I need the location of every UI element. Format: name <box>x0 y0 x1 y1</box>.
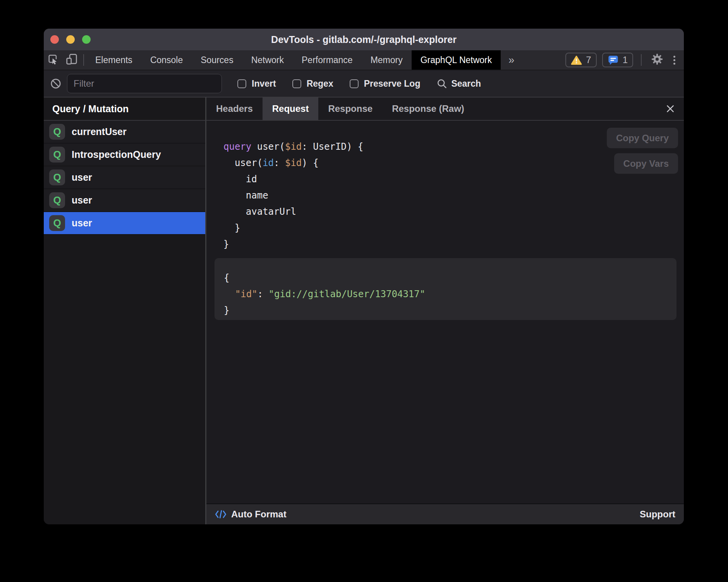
search-button[interactable]: Search <box>436 78 481 89</box>
minimize-window-button[interactable] <box>66 35 75 44</box>
query-type-icon: Q <box>49 169 65 185</box>
checkbox-regex[interactable]: Regex <box>292 79 333 89</box>
request-panel-body: query user($id: UserID) { user(id: $id) … <box>206 121 684 503</box>
close-icon <box>665 104 675 114</box>
query-type-icon: Q <box>49 192 65 208</box>
tab-network[interactable]: Network <box>242 50 293 70</box>
more-options-button[interactable] <box>670 56 678 65</box>
search-label: Search <box>451 79 481 89</box>
filter-checkboxes: InvertRegexPreserve Log <box>237 79 420 89</box>
code-line: } <box>224 302 676 318</box>
device-toolbar-button[interactable] <box>62 50 81 70</box>
devtools-window: DevTools - gitlab.com/-/graphql-explorer… <box>44 29 684 524</box>
code-line: } <box>223 220 684 236</box>
content-area: Query / Mutation QcurrentUserQIntrospect… <box>44 98 684 524</box>
zoom-window-button[interactable] <box>82 35 91 44</box>
sidebar-header-label: Query / Mutation <box>52 103 129 115</box>
warnings-badge[interactable]: 7 <box>565 53 596 67</box>
search-icon <box>436 78 447 89</box>
tab-graphql-network[interactable]: GraphQL Network <box>412 50 501 70</box>
detail-footer: Auto Format Support <box>206 503 684 524</box>
detail-tab-response-raw[interactable]: Response (Raw) <box>382 98 474 120</box>
query-item-label: user <box>72 195 92 206</box>
checkbox-invert[interactable]: Invert <box>237 79 276 89</box>
messages-badge[interactable]: 1 <box>602 53 633 67</box>
traffic-lights <box>50 35 91 44</box>
gear-icon <box>651 53 664 67</box>
device-toolbar-icon <box>65 53 78 67</box>
close-window-button[interactable] <box>50 35 59 44</box>
query-type-icon: Q <box>49 124 65 140</box>
detail-tab-request[interactable]: Request <box>263 98 319 120</box>
warning-icon <box>571 55 582 65</box>
copy-buttons: Copy Query Copy Vars <box>607 128 678 174</box>
code-line: "id": "gid://gitlab/User/13704317" <box>224 286 676 302</box>
auto-format-button[interactable]: Auto Format <box>231 509 287 520</box>
checkbox-label: Regex <box>307 79 333 89</box>
query-list-item[interactable]: Quser <box>44 189 205 212</box>
inspect-element-button[interactable] <box>44 50 62 70</box>
tab-elements[interactable]: Elements <box>86 50 141 70</box>
chat-bubble-icon <box>608 55 619 65</box>
detail-tab-response[interactable]: Response <box>318 98 382 120</box>
tab-performance[interactable]: Performance <box>293 50 362 70</box>
auto-format-icon <box>215 509 227 519</box>
checkbox-label: Invert <box>252 79 276 89</box>
checkbox-box <box>292 79 301 88</box>
detail-tab-headers[interactable]: Headers <box>206 98 263 120</box>
main-tab-bar: ElementsConsoleSourcesNetworkPerformance… <box>44 50 684 70</box>
support-link[interactable]: Support <box>640 509 675 520</box>
detail-panel: HeadersRequestResponseResponse (Raw) que… <box>206 98 684 524</box>
warnings-count: 7 <box>586 55 591 65</box>
block-requests-icon[interactable] <box>50 78 62 89</box>
more-tabs-chevron[interactable]: » <box>501 50 522 70</box>
filter-input[interactable] <box>67 74 222 93</box>
query-item-label: user <box>72 172 92 183</box>
query-list-item[interactable]: Quser <box>44 166 205 189</box>
toolbar-right-controls: 7 1 <box>565 50 684 70</box>
tab-sources[interactable]: Sources <box>192 50 242 70</box>
main-tabs-list: ElementsConsoleSourcesNetworkPerformance… <box>86 50 501 70</box>
code-line: } <box>223 236 684 252</box>
toolbar-divider <box>83 54 84 66</box>
tab-memory[interactable]: Memory <box>362 50 412 70</box>
query-type-icon: Q <box>49 215 65 231</box>
filter-bar: InvertRegexPreserve Log Search <box>44 70 684 98</box>
detail-tabs-list: HeadersRequestResponseResponse (Raw) <box>206 98 474 120</box>
window-title: DevTools - gitlab.com/-/graphql-explorer <box>271 34 457 45</box>
detail-tab-bar: HeadersRequestResponseResponse (Raw) <box>206 98 684 121</box>
query-item-label: currentUser <box>72 126 127 137</box>
checkbox-label: Preserve Log <box>364 79 421 89</box>
query-sidebar: Query / Mutation QcurrentUserQIntrospect… <box>44 98 206 524</box>
copy-query-button[interactable]: Copy Query <box>607 128 678 148</box>
query-list-item[interactable]: Quser <box>44 212 205 235</box>
checkbox-box <box>350 79 359 88</box>
messages-count: 1 <box>623 55 628 65</box>
close-panel-button[interactable] <box>665 98 684 120</box>
code-line: name <box>223 187 684 204</box>
sidebar-header: Query / Mutation <box>44 98 205 121</box>
query-item-label: user <box>72 217 92 229</box>
query-type-icon: Q <box>49 147 65 163</box>
query-variables-box: { "id": "gid://gitlab/User/13704317"} <box>215 258 676 320</box>
toolbar-divider <box>641 54 642 66</box>
query-list-item[interactable]: QIntrospectionQuery <box>44 144 205 166</box>
code-line: avatarUrl <box>223 204 684 220</box>
inspect-cursor-icon <box>47 53 59 67</box>
checkbox-box <box>237 79 246 88</box>
tab-console[interactable]: Console <box>141 50 192 70</box>
copy-vars-button[interactable]: Copy Vars <box>614 153 678 174</box>
code-line: { <box>224 270 676 286</box>
query-list: QcurrentUserQIntrospectionQueryQuserQuse… <box>44 121 205 235</box>
query-item-label: IntrospectionQuery <box>72 149 161 160</box>
settings-button[interactable] <box>649 53 665 67</box>
checkbox-preserve-log[interactable]: Preserve Log <box>350 79 421 89</box>
title-bar: DevTools - gitlab.com/-/graphql-explorer <box>44 29 684 50</box>
query-list-item[interactable]: QcurrentUser <box>44 121 205 144</box>
